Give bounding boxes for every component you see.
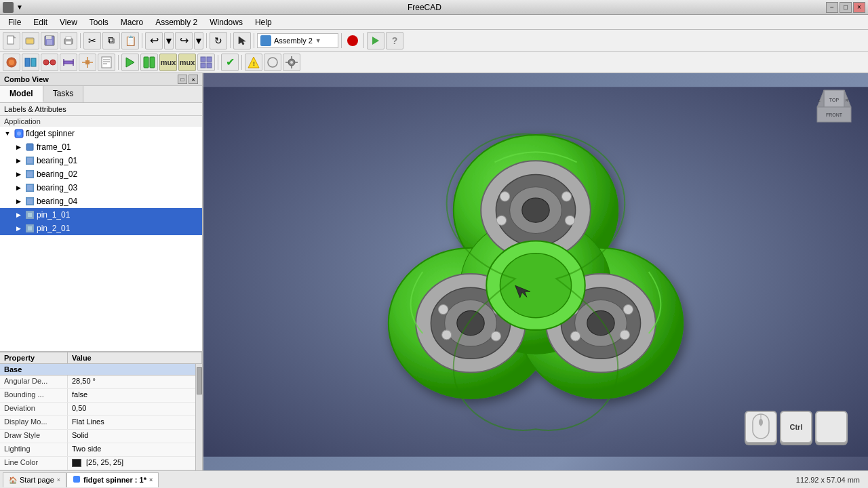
panel-float-button[interactable]: □	[178, 75, 187, 84]
svg-rect-7	[66, 37, 71, 39]
tab-tasks[interactable]: Tasks	[43, 86, 84, 102]
prop-row-linecolor: Line Color [25, 25, 25]	[0, 457, 195, 470]
prop-value-drawstyle: Solid	[68, 430, 195, 443]
tab-model[interactable]: Model	[0, 86, 43, 102]
menu-assembly2[interactable]: Assembly 2	[150, 16, 203, 28]
tree-expand-spinner[interactable]: ▼	[3, 129, 12, 138]
close-button[interactable]: ×	[853, 2, 865, 13]
tree-item-bearing01[interactable]: ▶ bearing_01	[0, 154, 202, 167]
prop-row-deviation: Deviation 0,50	[0, 403, 195, 416]
tree-item-pin101[interactable]: ▶ pin_1_01	[0, 208, 202, 222]
pointer-button[interactable]	[233, 32, 251, 49]
prop-header: Property Value	[0, 352, 202, 364]
tree-item-bearing03[interactable]: ▶ bearing_03	[0, 181, 202, 195]
svg-rect-35	[201, 63, 205, 68]
tab-start-page[interactable]: 🏠 Start page ×	[3, 472, 66, 487]
constraint-button[interactable]	[41, 54, 58, 71]
svg-rect-0	[7, 36, 14, 44]
bottom-bar: 🏠 Start page × fidget spinner : 1* × 112…	[0, 470, 868, 488]
tree-item-fidget-spinner[interactable]: ▼ fidget spinner	[0, 127, 202, 140]
prop-scrollbar-thumb[interactable]	[197, 367, 202, 394]
redo-button[interactable]: ↪	[175, 32, 193, 49]
tree-item-frame01[interactable]: ▶ frame_01	[0, 140, 202, 154]
measure-button[interactable]	[60, 54, 77, 71]
viewport[interactable]: TOP L R FRONT Ctrl	[203, 73, 868, 470]
tree-expand-pin101[interactable]: ▶	[14, 210, 23, 220]
tree-expand-bearing03[interactable]: ▶	[14, 183, 23, 192]
nav-cube[interactable]: TOP L R FRONT	[814, 87, 854, 127]
part-design-button[interactable]	[3, 54, 20, 71]
tree-expand-frame01[interactable]: ▶	[14, 142, 23, 152]
status-dimensions: 112.92 x 57.04 mm	[796, 476, 865, 484]
prop-scrollbar[interactable]	[195, 364, 202, 470]
mux2-button[interactable]: mux	[178, 54, 196, 71]
open-button[interactable]	[22, 32, 39, 49]
cut-button[interactable]: ✂	[83, 32, 101, 49]
menu-help[interactable]: Help	[250, 16, 277, 28]
save-button[interactable]	[41, 32, 58, 49]
undo-dropdown[interactable]: ▼	[164, 32, 174, 49]
assembly-button[interactable]	[22, 54, 39, 71]
prop-name-deviation: Deviation	[0, 403, 68, 415]
panel-close-button[interactable]: ×	[189, 75, 198, 84]
undo-button[interactable]: ↩	[145, 32, 163, 49]
menu-file[interactable]: File	[3, 16, 26, 28]
tree-expand-bearing02[interactable]: ▶	[14, 169, 23, 179]
mux-button[interactable]: mux	[159, 54, 177, 71]
menu-tools[interactable]: Tools	[84, 16, 114, 28]
tree-item-bearing02[interactable]: ▶ bearing_02	[0, 167, 202, 181]
svg-point-101	[759, 419, 763, 426]
svg-point-78	[439, 304, 448, 314]
warning-button[interactable]: !	[245, 54, 262, 71]
svg-point-47	[17, 131, 21, 136]
tree-label-bearing02: bearing_02	[37, 169, 77, 179]
record-macro-button[interactable]	[347, 35, 358, 46]
start-page-close[interactable]: ×	[57, 476, 60, 483]
prop-value-angular: 28,50 °	[68, 375, 195, 388]
svg-rect-4	[46, 36, 52, 39]
grid-button[interactable]	[197, 54, 215, 71]
explode-button[interactable]	[79, 54, 96, 71]
paste-button[interactable]: 📋	[121, 32, 139, 49]
menu-icon-small[interactable]: ▼	[16, 3, 23, 11]
check-button[interactable]: ✔	[221, 54, 239, 71]
toolbar-main: ✂ ⧉ 📋 ↩ ▼ ↪ ▼ ↻ Assembly 2 ▼ ?	[0, 30, 868, 52]
pin201-icon	[24, 223, 35, 234]
svg-rect-32	[150, 57, 155, 68]
svg-rect-33	[201, 57, 205, 62]
redo-dropdown[interactable]: ▼	[194, 32, 203, 49]
print-button[interactable]	[60, 32, 77, 49]
svg-rect-5	[47, 40, 52, 45]
animate2-button[interactable]	[140, 54, 158, 71]
tab-fidget-spinner[interactable]: fidget spinner : 1* ×	[66, 472, 159, 487]
svg-rect-42	[291, 56, 292, 59]
svg-point-87	[623, 304, 633, 314]
tree-item-pin201[interactable]: ▶ pin_2_01	[0, 222, 202, 235]
tree-item-bearing04[interactable]: ▶ bearing_04	[0, 195, 202, 208]
tree-expand-bearing01[interactable]: ▶	[14, 156, 23, 165]
minimize-button[interactable]: −	[826, 2, 838, 13]
execute-button[interactable]	[367, 32, 384, 49]
tree-label-bearing03: bearing_03	[37, 183, 77, 192]
help-button[interactable]: ?	[386, 32, 403, 49]
svg-rect-21	[85, 60, 90, 64]
menu-view[interactable]: View	[54, 16, 83, 28]
cog-button[interactable]	[283, 54, 300, 71]
model-tree[interactable]: Application ▼ fidget spinner ▶ frame_01 …	[0, 116, 202, 351]
refresh-button[interactable]: ↻	[210, 32, 227, 49]
menu-windows[interactable]: Windows	[204, 16, 248, 28]
workbench-dropdown[interactable]: Assembly 2 ▼	[257, 33, 338, 48]
animate-button[interactable]	[121, 54, 139, 71]
prop-name-lighting: Lighting	[0, 443, 68, 456]
tree-expand-bearing04[interactable]: ▶	[14, 197, 23, 206]
menu-edit[interactable]: Edit	[28, 16, 53, 28]
spinner-tab-close[interactable]: ×	[149, 476, 153, 483]
circle-tool[interactable]	[264, 54, 281, 71]
bom-button[interactable]	[98, 54, 115, 71]
new-button[interactable]	[3, 32, 20, 49]
copy-button[interactable]: ⧉	[102, 32, 120, 49]
tree-expand-pin201[interactable]: ▶	[14, 224, 23, 233]
maximize-button[interactable]: □	[840, 2, 852, 13]
svg-rect-26	[102, 57, 111, 68]
menu-macro[interactable]: Macro	[115, 16, 149, 28]
